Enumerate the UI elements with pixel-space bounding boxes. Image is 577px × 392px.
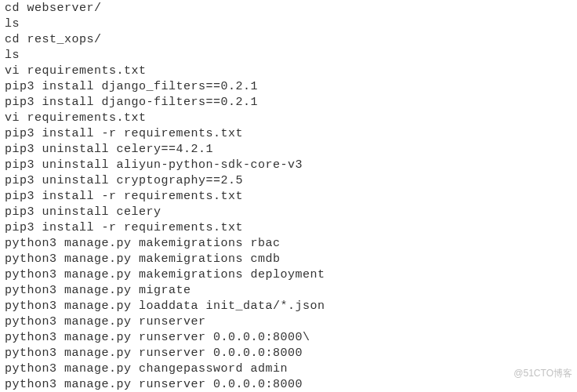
command-line: cd webserver/ [5, 1, 572, 16]
command-line: pip3 uninstall aliyun-python-sdk-core-v3 [5, 158, 572, 173]
command-line: python3 manage.py makemigrations cmdb [5, 252, 572, 267]
command-line: python3 manage.py changepassword admin [5, 361, 572, 377]
command-line: pip3 install -r requirements.txt [5, 126, 572, 142]
command-line: python3 manage.py runserver 0.0.0.0:8000… [5, 330, 572, 346]
command-line: python3 manage.py runserver 0.0.0.0:8000 [5, 377, 572, 392]
command-line: ls [5, 16, 572, 32]
terminal-output: cd webserver/ ls cd rest_xops/ ls vi req… [5, 1, 572, 392]
command-line: python3 manage.py runserver [5, 314, 572, 330]
command-line: python3 manage.py loaddata init_data/*.j… [5, 299, 572, 314]
command-line: ls [5, 48, 572, 64]
command-line: cd rest_xops/ [5, 32, 572, 48]
command-line: vi requirements.txt [5, 111, 572, 126]
command-line: python3 manage.py migrate [5, 283, 572, 299]
command-line: python3 manage.py runserver 0.0.0.0:8000 [5, 346, 572, 361]
command-line: python3 manage.py makemigrations rbac [5, 236, 572, 252]
command-line: pip3 uninstall cryptography==2.5 [5, 173, 572, 189]
command-line: pip3 uninstall celery==4.2.1 [5, 142, 572, 158]
command-line: pip3 install django-filters==0.2.1 [5, 95, 572, 111]
command-line: vi requirements.txt [5, 64, 572, 79]
command-line: pip3 install -r requirements.txt [5, 189, 572, 205]
command-line: pip3 install django_filters==0.2.1 [5, 79, 572, 95]
watermark: @51CTO博客 [513, 365, 572, 381]
command-line: python3 manage.py makemigrations deploym… [5, 267, 572, 283]
command-line: pip3 uninstall celery [5, 205, 572, 220]
command-line: pip3 install -r requirements.txt [5, 220, 572, 236]
